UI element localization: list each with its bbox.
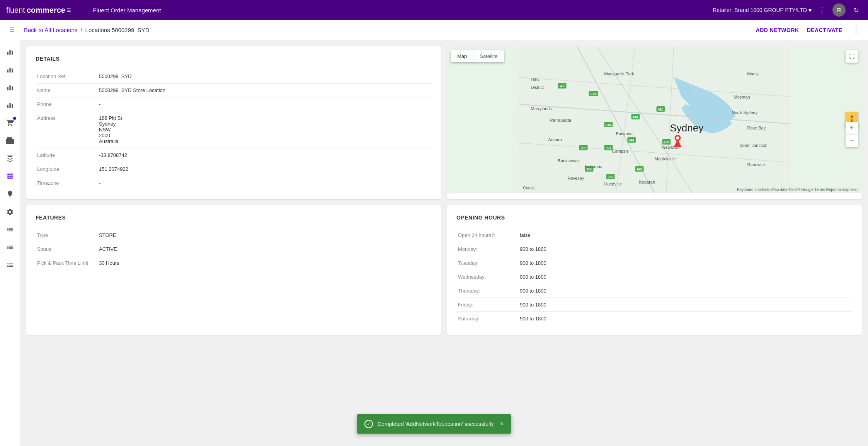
breadcrumb-separator: / xyxy=(80,27,82,33)
field-label: Status xyxy=(36,242,97,256)
table-row: Saturday:900 to 1800 xyxy=(456,312,853,326)
features-table: TypeSTOREStatusACTIVEPick & Pack Time Li… xyxy=(36,228,432,270)
table-row: Friday:900 to 1800 xyxy=(456,298,853,312)
sidebar-item-list-2[interactable] xyxy=(2,239,19,256)
add-network-button[interactable]: ADD NETWORK xyxy=(756,27,799,33)
sidebar-item-cart[interactable] xyxy=(2,114,19,131)
svg-text:Revesby: Revesby xyxy=(568,176,584,180)
breadcrumb-more-button[interactable]: ⋮ xyxy=(850,24,862,36)
toast-close-button[interactable]: × xyxy=(500,420,504,427)
deactivate-button[interactable]: DEACTIVATE xyxy=(807,27,842,33)
sidebar-item-inventory[interactable] xyxy=(2,150,19,167)
svg-text:Merrylands: Merrylands xyxy=(531,106,552,111)
table-row: Thursday:900 to 1800 xyxy=(456,284,853,298)
toast-notification: ✓ Completed 'AddNetworkToLocation' succe… xyxy=(357,414,511,434)
map-tab-satellite[interactable]: Satellite xyxy=(473,50,504,62)
field-label: Monday: xyxy=(456,242,518,256)
table-row: Longitude151.2074922 xyxy=(36,162,432,176)
sidebar-item-list-1[interactable] xyxy=(2,221,19,238)
sidebar-item-locations[interactable] xyxy=(2,168,19,185)
field-value: 188 Pitt St Sydney NSW 2000 Australia xyxy=(97,111,432,148)
field-label: Pick & Pack Time Limit xyxy=(36,256,97,270)
sidebar xyxy=(0,40,20,446)
svg-text:A3: A3 xyxy=(606,146,611,150)
svg-rect-2 xyxy=(12,51,13,55)
field-value: false xyxy=(518,228,853,242)
logo[interactable]: fluentcommerce ≡ xyxy=(6,6,71,15)
brand-commerce: commerce xyxy=(27,6,65,15)
sidebar-item-orders[interactable] xyxy=(2,132,19,149)
map-zoom-in-button[interactable]: + xyxy=(846,122,858,134)
field-value: 151.2074922 xyxy=(97,162,432,176)
map-zoom-controls: + − xyxy=(846,122,858,147)
details-table: Location Ref5000299_SYDName5000299_SYD S… xyxy=(36,70,432,190)
back-to-locations-link[interactable]: Back to All Locations xyxy=(24,27,77,33)
svg-text:Marrickville: Marrickville xyxy=(655,157,676,161)
field-label: Open 24 hours?: xyxy=(456,228,518,242)
table-row: TypeSTORE xyxy=(36,228,432,242)
retailer-selector[interactable]: Retailer: Brand 1000 GROUP PTY/LTD ▾ xyxy=(713,7,812,14)
nav-right: Retailer: Brand 1000 GROUP PTY/LTD ▾ ⋮ R… xyxy=(713,3,862,17)
svg-text:A3: A3 xyxy=(560,84,565,88)
svg-text:Bondi Junction: Bondi Junction xyxy=(740,143,768,148)
features-title: FEATURES xyxy=(36,214,432,221)
svg-rect-10 xyxy=(9,103,10,108)
field-label: Latitude xyxy=(36,148,97,162)
table-row: Pick & Pack Time Limit30 Hours xyxy=(36,256,432,270)
field-value: - xyxy=(97,97,432,111)
svg-text:A6: A6 xyxy=(608,175,613,179)
sidebar-item-settings[interactable] xyxy=(2,203,19,220)
svg-text:M4: M4 xyxy=(629,138,634,142)
avatar[interactable]: R xyxy=(832,3,846,17)
svg-text:Lakemba: Lakemba xyxy=(585,164,603,169)
svg-text:A34: A34 xyxy=(663,140,670,144)
map-tabs: Map Satellite xyxy=(451,50,504,62)
table-row: StatusACTIVE xyxy=(36,242,432,256)
nav-more-button[interactable]: ⋮ xyxy=(816,4,828,16)
field-value: 900 to 1800 xyxy=(518,298,853,312)
map-footer: Keyboard shortcuts Map data ©2024 Google… xyxy=(737,187,859,192)
svg-rect-3 xyxy=(7,70,8,73)
map-zoom-out-button[interactable]: − xyxy=(846,134,858,147)
table-row: Name5000299_SYD Store Location xyxy=(36,83,432,97)
field-label: Name xyxy=(36,83,97,97)
map-fullscreen-button[interactable]: ⛶ xyxy=(846,50,858,63)
field-value: 5000299_SYD xyxy=(97,70,432,83)
sidebar-item-bulb[interactable] xyxy=(2,186,19,203)
field-label: Location Ref xyxy=(36,70,97,83)
opening-hours-title: OPENING HOURS xyxy=(456,214,853,221)
field-value: -33.8708742 xyxy=(97,148,432,162)
table-row: Open 24 hours?:false xyxy=(456,228,853,242)
refresh-button[interactable]: ↻ xyxy=(850,4,862,16)
sidebar-item-bar-chart-1[interactable] xyxy=(2,43,19,60)
svg-text:Bankstown: Bankstown xyxy=(558,158,579,163)
field-value: 900 to 1800 xyxy=(518,242,853,256)
hamburger-button[interactable]: ☰ xyxy=(6,24,18,36)
sidebar-item-analytics[interactable] xyxy=(2,97,19,114)
field-label: Tuesday: xyxy=(456,256,518,270)
svg-text:Mosman: Mosman xyxy=(734,95,750,99)
svg-text:Google: Google xyxy=(523,186,536,190)
svg-text:Macquarie Park: Macquarie Park xyxy=(604,71,635,76)
sidebar-item-list-3[interactable] xyxy=(2,257,19,274)
svg-text:Hills: Hills xyxy=(531,77,539,82)
svg-rect-8 xyxy=(12,87,13,90)
field-label: Friday: xyxy=(456,298,518,312)
table-row: Latitude-33.8708742 xyxy=(36,148,432,162)
map-tab-map[interactable]: Map xyxy=(451,50,473,62)
field-value: 30 Hours xyxy=(97,256,432,270)
svg-rect-9 xyxy=(7,105,8,108)
svg-rect-1 xyxy=(9,50,10,55)
svg-text:Campsie: Campsie xyxy=(612,149,629,153)
field-value: 900 to 1800 xyxy=(518,284,853,298)
sidebar-item-bar-chart-3[interactable] xyxy=(2,79,19,96)
svg-rect-4 xyxy=(9,68,10,73)
svg-text:North Sydney: North Sydney xyxy=(732,110,758,115)
field-label: Phone xyxy=(36,97,97,111)
sidebar-item-bar-chart-2[interactable] xyxy=(2,61,19,78)
svg-text:Rose Bay: Rose Bay xyxy=(747,126,766,130)
field-value: ACTIVE xyxy=(97,242,432,256)
svg-text:Kogarah: Kogarah xyxy=(639,180,655,184)
field-value: 900 to 1800 xyxy=(518,270,853,284)
top-navigation: fluentcommerce ≡ Fluent Order Management… xyxy=(0,0,868,20)
